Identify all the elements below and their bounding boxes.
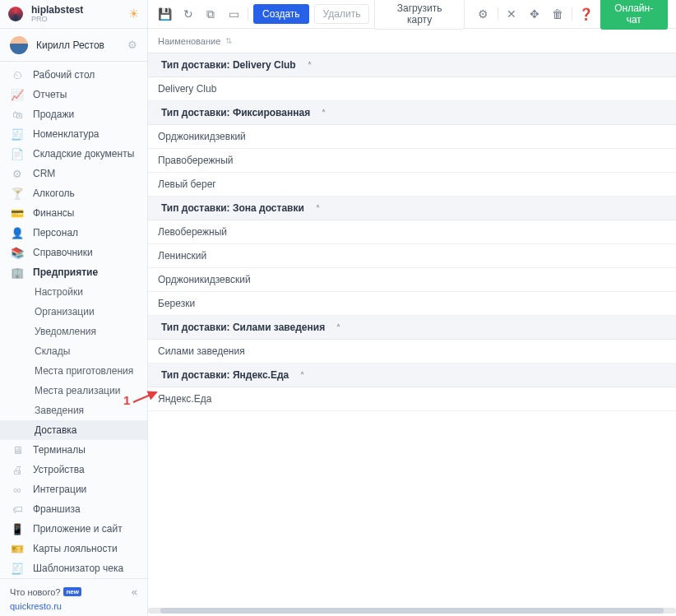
group-title: Тип доставки: Фиксированная xyxy=(161,107,310,118)
sidebar-item-label: Интеграции xyxy=(33,484,86,495)
sidebar-subitem[interactable]: Заведения xyxy=(0,401,147,420)
table-row[interactable]: Правобережный xyxy=(148,149,676,173)
sidebar-item[interactable]: 📚Справочники xyxy=(0,243,147,262)
nav-icon: 📈 xyxy=(10,89,25,100)
copy-icon[interactable]: ⧉ xyxy=(202,5,220,23)
online-chat-button[interactable]: Онлайн-чат xyxy=(600,0,668,30)
tools-icon[interactable]: ✕ xyxy=(503,5,521,23)
sidebar-item[interactable]: 🏷Франшиза xyxy=(0,499,147,519)
nav-icon: 🏢 xyxy=(10,266,25,278)
sidebar-subitem[interactable]: Доставка xyxy=(0,420,147,440)
brand-name: hiplabstest xyxy=(31,5,83,15)
nav-icon: ⚙ xyxy=(10,168,25,179)
nav-icon: 🏷 xyxy=(10,503,25,515)
sidebar-item[interactable]: 🛍Продажи xyxy=(0,104,147,124)
sidebar-item[interactable]: 📈Отчеты xyxy=(0,85,147,104)
nav-icon: 📚 xyxy=(10,247,25,258)
delete-button[interactable]: Удалить xyxy=(314,4,370,24)
sidebar-item[interactable]: 🎫Карты лояльности xyxy=(0,539,147,558)
nav-icon: 🖥 xyxy=(10,444,25,456)
table-row[interactable]: Яндекс.Еда xyxy=(148,387,676,411)
sidebar-item-label: Персонал xyxy=(33,227,78,239)
table-row[interactable]: Силами заведения xyxy=(148,340,676,364)
sidebar-item[interactable]: 📄Складские документы xyxy=(0,144,147,164)
chevron-up-icon: ˄ xyxy=(308,61,312,70)
sidebar-item-label: Складские документы xyxy=(33,148,134,160)
nav-icon: 🖨 xyxy=(10,464,25,475)
group-header[interactable]: Тип доставки: Яндекс.Еда˄ xyxy=(148,364,676,387)
table-row[interactable]: Орджоникидзевкий xyxy=(148,125,676,149)
collapse-sidebar-icon[interactable]: « xyxy=(132,586,137,598)
nav-icon: 👤 xyxy=(10,227,25,239)
column-header[interactable]: Наименование ⇅ xyxy=(148,29,676,53)
sidebar-subitem[interactable]: Места приготовления xyxy=(0,361,147,381)
move-icon[interactable]: ✥ xyxy=(526,5,544,23)
sidebar-item[interactable]: 🖨Устройства xyxy=(0,460,147,479)
sidebar-subitem[interactable]: Уведомления xyxy=(0,322,147,341)
brand-tier: PRO xyxy=(31,15,83,23)
table-row[interactable]: Delivery Club xyxy=(148,77,676,101)
table-row[interactable]: Левый берег xyxy=(148,173,676,197)
nav-icon: ∞ xyxy=(10,484,25,495)
nav-icon: 🍸 xyxy=(10,188,25,199)
sidebar-item[interactable]: 💳Финансы xyxy=(0,203,147,223)
sidebar-item-label: Устройства xyxy=(33,464,85,475)
profile-row[interactable]: Кирилл Рестов ⚙ xyxy=(0,29,147,62)
group-title: Тип доставки: Зона доставки xyxy=(161,202,304,214)
group-header[interactable]: Тип доставки: Delivery Club˄ xyxy=(148,53,676,77)
domain-link[interactable]: quickresto.ru xyxy=(10,601,137,611)
load-map-button[interactable]: Загрузить карту xyxy=(374,0,464,30)
group-header[interactable]: Тип доставки: Фиксированная˄ xyxy=(148,101,676,125)
sidebar-item[interactable]: ⏲Рабочий стол xyxy=(0,65,147,85)
table-row[interactable]: Березки xyxy=(148,292,676,316)
profile-name: Кирилл Рестов xyxy=(36,39,104,51)
sidebar-item[interactable]: ⚙CRM xyxy=(0,164,147,183)
help-icon[interactable]: ❓ xyxy=(577,5,595,23)
group-header[interactable]: Тип доставки: Силами заведения˄ xyxy=(148,316,676,340)
nav-icon: 📄 xyxy=(10,148,25,160)
sidebar-item-label: Номенклатура xyxy=(33,128,100,140)
refresh-icon[interactable]: ↻ xyxy=(179,5,197,23)
sidebar-item[interactable]: 👤Персонал xyxy=(0,223,147,243)
sidebar-item[interactable]: 🍸Алкоголь xyxy=(0,183,147,203)
sidebar-item[interactable]: 🧾Шаблонизатор чека xyxy=(0,558,147,578)
whats-new-link[interactable]: Что нового? xyxy=(10,587,60,597)
table-row[interactable]: Левобережный xyxy=(148,220,676,244)
group-header[interactable]: Тип доставки: Зона доставки˄ xyxy=(148,197,676,220)
sidebar-item[interactable]: 🖥Терминалы xyxy=(0,440,147,460)
group-title: Тип доставки: Яндекс.Еда xyxy=(161,369,289,381)
table-row[interactable]: Ленинский xyxy=(148,244,676,268)
sidebar-subitem[interactable]: Организации xyxy=(0,302,147,322)
chevron-up-icon: ˄ xyxy=(322,109,326,118)
table-row[interactable]: Орджоникидзевский xyxy=(148,268,676,292)
column-header-label: Наименование xyxy=(158,36,220,46)
sidebar-item-label: Предприятие xyxy=(33,266,98,278)
sidebar-subitem[interactable]: Места реализации xyxy=(0,381,147,401)
nav-icon: ⏲ xyxy=(10,69,25,81)
trash-icon[interactable]: 🗑 xyxy=(549,5,567,23)
sidebar-item-label: CRM xyxy=(33,168,55,179)
sidebar-item-label: Отчеты xyxy=(33,89,67,100)
sort-icon: ⇅ xyxy=(225,36,232,45)
sidebar-item[interactable]: 📱Приложение и сайт xyxy=(0,519,147,539)
theme-icon[interactable]: ☀ xyxy=(128,7,139,21)
sidebar-item-label: Справочники xyxy=(33,247,93,258)
sidebar-item[interactable]: 🏢Предприятие xyxy=(0,262,147,282)
create-button[interactable]: Создать xyxy=(253,4,309,24)
sidebar-subitem[interactable]: Настройки xyxy=(0,282,147,302)
horizontal-scrollbar[interactable] xyxy=(148,608,676,614)
sidebar-item-label: Терминалы xyxy=(33,444,86,456)
gear-icon[interactable]: ⚙ xyxy=(127,39,137,51)
save-icon[interactable]: 💾 xyxy=(156,5,174,23)
display-icon[interactable]: ▭ xyxy=(225,5,243,23)
nav-icon: 🧾 xyxy=(10,128,25,140)
settings-sliders-icon[interactable]: ⚙ xyxy=(475,5,493,23)
sidebar-subitem[interactable]: Склады xyxy=(0,341,147,361)
sidebar-item-label: Карты лояльности xyxy=(33,543,118,554)
sidebar-item[interactable]: 🧾Номенклатура xyxy=(0,124,147,144)
sidebar-item[interactable]: ∞Интеграции xyxy=(0,479,147,499)
sidebar-item-label: Приложение и сайт xyxy=(33,523,123,535)
sidebar-item-label: Продажи xyxy=(33,109,74,120)
new-badge: new xyxy=(63,587,81,596)
chevron-up-icon: ˄ xyxy=(336,323,340,332)
